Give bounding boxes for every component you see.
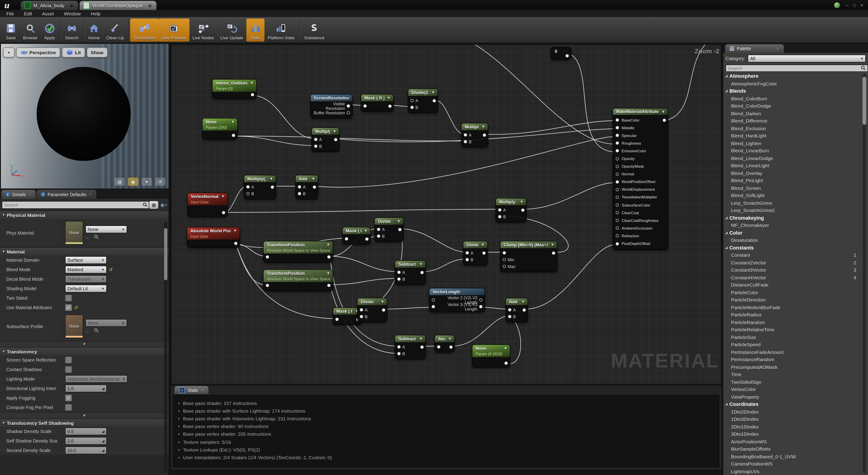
palette-item[interactable]: Lerp_ScratchGrime2 (723, 207, 862, 214)
palette-item[interactable]: Blend_Overlay (723, 169, 862, 177)
pin-output[interactable] (552, 251, 555, 254)
viewport-perspective-button[interactable]: Perspective (16, 48, 60, 57)
node-add-lower[interactable]: Add▼AB (506, 298, 528, 322)
checkbox-screen-space-reflection[interactable]: ✓ (65, 356, 72, 363)
palette-item[interactable]: ParticleRandom (723, 318, 862, 326)
asset-tab-m_alicia_body[interactable]: M_Alicia_body✕ (21, 1, 78, 10)
checkbox-compute-fog-per-pixel[interactable]: ✓ (65, 404, 72, 411)
palette-item[interactable]: PerInstanceFadeAmount (723, 348, 862, 356)
pin-output[interactable] (523, 308, 526, 311)
pin-connected[interactable] (234, 242, 237, 245)
close-icon[interactable]: ✕ (28, 192, 32, 197)
section-expander[interactable]: ▼ (0, 341, 168, 347)
reset-to-default-icon[interactable]: ↺ (74, 305, 78, 310)
asset-thumbnail[interactable]: None (65, 221, 83, 245)
pin-unconnected[interactable] (616, 196, 619, 199)
node-mask-b-lower[interactable]: Mask ( B )▼ (333, 308, 361, 324)
pin-unconnected[interactable] (616, 165, 619, 168)
close-icon[interactable]: ✕ (70, 3, 74, 8)
palette-item[interactable]: ParticleDirection (723, 296, 862, 304)
pin-connected[interactable] (232, 134, 235, 137)
connectors-button[interactable]: Connectors (130, 19, 159, 41)
checkbox-contact-shadows[interactable]: ✓ (65, 366, 72, 373)
node-divide-upper[interactable]: Divide▼AB (375, 218, 403, 241)
node-clamp[interactable]: Clamp (Min=0) (Max=10)▼MinMax (500, 241, 557, 272)
palette-item[interactable]: BlurSampleOffsets (723, 445, 862, 453)
node-subtract-lower[interactable]: Subtract▼AB (395, 335, 426, 359)
maximize-button[interactable]: □ (851, 2, 858, 7)
palette-item[interactable]: Constant3Vector3 (723, 266, 862, 274)
node-divide-lower[interactable]: Divide▼AB (358, 298, 387, 322)
palette-item[interactable]: ViewProperty (723, 393, 862, 401)
palette-item[interactable]: Lerp_ScratchGrime (723, 199, 862, 207)
apply-button[interactable]: Apply (40, 19, 59, 41)
pin-connected[interactable] (565, 54, 569, 57)
palette-item[interactable]: 1Dto3DIndex (723, 415, 862, 423)
pin-connected[interactable] (345, 237, 348, 241)
viewport-quick-button-0[interactable]: ▤ (114, 177, 125, 186)
pin-connected[interactable] (466, 251, 469, 254)
pin-unconnected[interactable] (479, 298, 483, 302)
pin-connected[interactable] (508, 315, 511, 318)
pin-connected[interactable] (222, 211, 225, 214)
palette-item[interactable]: 3Dto1DIndex (723, 430, 862, 438)
node-absolute-world-position[interactable]: Absolute World Position▼Input Data (187, 227, 240, 247)
dropdown-blend-mode[interactable]: Masked▼ (65, 265, 107, 273)
numeric-field-self-shadow-density-sca[interactable]: 2.0◢ (65, 437, 107, 444)
node-subtract-mid[interactable]: Subtract▼AB (395, 261, 426, 284)
node-abs[interactable]: Abs▼ (435, 335, 454, 352)
tab-palette[interactable]: Palette ✕ (725, 44, 784, 53)
pin-unconnected[interactable] (347, 111, 350, 114)
pin-output[interactable] (421, 345, 424, 348)
pin-unconnected[interactable] (616, 227, 619, 230)
palette-item[interactable]: Blend_Exclusion (723, 125, 862, 132)
pin-connected[interactable] (251, 93, 254, 96)
palette-search-input[interactable] (725, 65, 868, 72)
viewport-options-dropdown[interactable]: ▼ (3, 48, 14, 57)
reset-to-default-icon[interactable]: ↺ (109, 267, 113, 272)
pin-unconnected[interactable] (503, 265, 506, 268)
node-divide-1[interactable]: Divide(1,)▼AB (408, 89, 438, 113)
palette-item[interactable]: ParticleMotionBlurFade (723, 304, 862, 311)
node-transform-position-1[interactable]: TransformPosition▼Absolute World Space t… (264, 241, 333, 262)
pin-output[interactable] (663, 118, 666, 122)
pin-output[interactable] (450, 345, 453, 348)
category-dropdown[interactable]: All▼ (748, 55, 866, 62)
palette-item[interactable]: VertexColor (723, 385, 862, 393)
pin-unconnected[interactable] (616, 219, 619, 222)
pin-connected[interactable] (397, 345, 401, 348)
pin-connected[interactable] (464, 140, 467, 143)
pin-connected[interactable] (336, 318, 339, 321)
tab-parameter-defaults[interactable]: iParameter Defaults✕ (37, 190, 96, 199)
node-divide-right[interactable]: Divide▼AB (463, 241, 487, 265)
palette-item[interactable]: Blend_LinearBurn (723, 147, 862, 154)
menu-help[interactable]: Help (91, 11, 100, 16)
section-expander[interactable]: ▼ (0, 412, 168, 418)
palette-item[interactable]: Desaturation (723, 236, 862, 244)
live-preview-button[interactable]: Live Preview (159, 19, 189, 41)
preview-viewport[interactable]: ▼PerspectiveLitShow z x ▤◉✦⟳ (1, 44, 168, 188)
palette-item[interactable]: MF_Chromakeyer (723, 221, 862, 229)
node-mask-r[interactable]: Mask ( R )▼ (361, 94, 393, 111)
section-header-translucency-self-shadowing[interactable]: ▾Translucency Self Shadowing (0, 418, 168, 426)
search-button[interactable]: Search (62, 19, 82, 41)
pin-connected[interactable] (314, 145, 317, 148)
palette-scrollbar[interactable] (863, 73, 866, 473)
pin-connected[interactable] (327, 284, 331, 287)
pin-connected[interactable] (616, 142, 619, 145)
pin-output[interactable] (382, 308, 385, 311)
pin-output[interactable] (388, 104, 392, 107)
pin-unconnected[interactable] (616, 188, 619, 191)
palette-item[interactable]: ParticleSpeed (723, 341, 862, 348)
pin-connected[interactable] (410, 106, 414, 109)
pin-unconnected[interactable] (616, 234, 619, 238)
node-multiply-mid[interactable]: Multiply▼AB (312, 128, 339, 151)
platform-stats-button[interactable]: Platform Stats (265, 19, 298, 41)
palette-item[interactable]: LightmapUVs (723, 468, 862, 475)
dropdown-material-domain[interactable]: Surface▼ (65, 256, 107, 264)
palette-item[interactable]: AtmosphericFogColor (723, 80, 862, 87)
pin-unconnected[interactable] (432, 298, 435, 302)
pin-connected[interactable] (479, 305, 483, 308)
pin-connected[interactable] (616, 118, 619, 122)
details-search-input[interactable] (2, 201, 149, 209)
